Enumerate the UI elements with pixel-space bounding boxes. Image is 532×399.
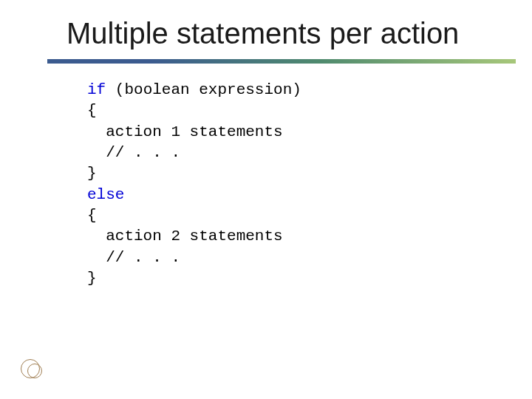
code-text: (boolean expression) bbox=[106, 81, 301, 98]
code-text: action 1 statements bbox=[87, 123, 283, 140]
slide-frame: Multiple statements per action if (boole… bbox=[0, 0, 532, 399]
code-text: } bbox=[87, 165, 97, 182]
code-block: if (boolean expression) { action 1 state… bbox=[87, 80, 301, 289]
code-text: action 2 statements bbox=[87, 228, 283, 245]
keyword-else: else bbox=[87, 186, 124, 203]
code-text: // . . . bbox=[87, 249, 180, 266]
code-text: { bbox=[87, 102, 97, 119]
corner-ornament-icon bbox=[21, 358, 43, 380]
slide-title: Multiple statements per action bbox=[66, 18, 510, 49]
keyword-if: if bbox=[87, 81, 106, 98]
code-text: } bbox=[87, 270, 97, 287]
code-text: { bbox=[87, 207, 97, 224]
code-text: // . . . bbox=[87, 144, 180, 161]
title-underline bbox=[47, 59, 516, 64]
